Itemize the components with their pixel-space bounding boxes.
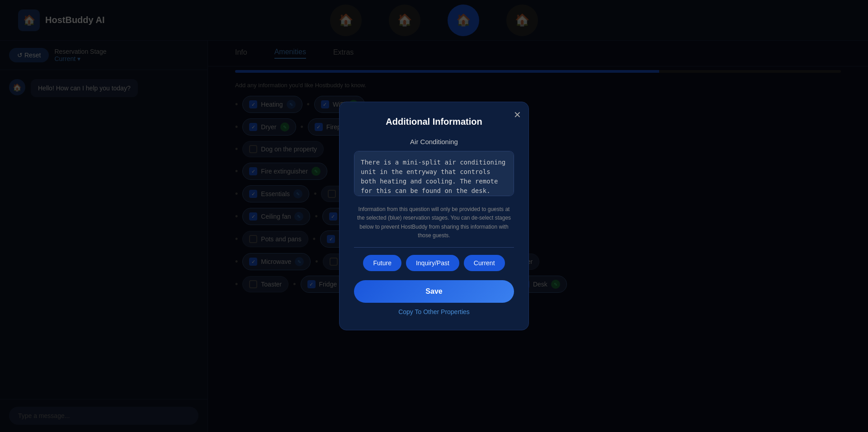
- modal-overlay: Additional Information ✕ Air Conditionin…: [0, 0, 868, 432]
- modal-title: Additional Information: [354, 117, 514, 127]
- stage-button-inquiry-past[interactable]: Inquiry/Past: [406, 255, 459, 271]
- additional-info-modal: Additional Information ✕ Air Conditionin…: [339, 102, 529, 330]
- modal-amenity-label: Air Conditioning: [354, 138, 514, 146]
- copy-to-other-properties-link[interactable]: Copy To Other Properties: [354, 308, 514, 315]
- modal-divider: [354, 247, 514, 248]
- stage-buttons: Future Inquiry/Past Current: [354, 255, 514, 271]
- modal-close-button[interactable]: ✕: [514, 109, 521, 120]
- stage-button-current[interactable]: Current: [464, 255, 505, 271]
- modal-textarea[interactable]: There is a mini-split air conditioning u…: [354, 151, 514, 196]
- save-button[interactable]: Save: [354, 280, 514, 303]
- modal-info-text: Information from this question will only…: [354, 205, 514, 240]
- stage-button-future[interactable]: Future: [363, 255, 401, 271]
